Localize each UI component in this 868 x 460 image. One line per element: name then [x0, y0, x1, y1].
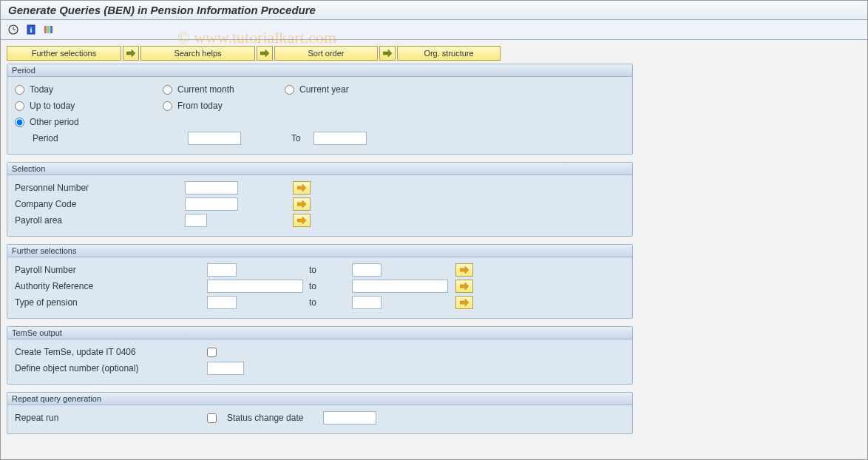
execute-icon[interactable] [7, 23, 20, 36]
personnel-number-multi-button[interactable] [293, 181, 311, 195]
company-code-multi-button[interactable] [293, 197, 311, 211]
svg-rect-7 [50, 26, 52, 33]
svg-rect-6 [47, 26, 50, 33]
selection-group-title: Selection [7, 163, 632, 175]
company-code-input[interactable] [185, 197, 238, 211]
svg-rect-5 [44, 26, 47, 33]
authority-reference-to-input[interactable] [352, 280, 448, 293]
status-change-date-label: Status change date [227, 413, 323, 423]
personnel-number-label: Personnel Number [15, 183, 185, 193]
radio-other-period-label: Other period [30, 117, 79, 127]
payroll-number-to-input[interactable] [352, 263, 382, 277]
period-from-label: Period [33, 133, 188, 143]
variant-icon[interactable] [42, 23, 55, 36]
radio-from-today-label: From today [177, 101, 223, 111]
radio-up-to-today[interactable]: Up to today [15, 101, 163, 111]
type-of-pension-from-input[interactable] [207, 296, 237, 309]
authority-reference-multi-button[interactable] [455, 280, 473, 293]
payroll-area-input[interactable] [185, 214, 207, 227]
payroll-number-to-label: to [309, 265, 352, 275]
company-code-label: Company Code [15, 199, 185, 209]
org-structure-button[interactable]: Org. structure [397, 46, 501, 61]
page-title: Generate Queries (BEN) in Pension Inform… [1, 1, 867, 20]
create-temse-checkbox[interactable] [207, 348, 217, 357]
radio-from-today[interactable]: From today [163, 101, 285, 111]
type-of-pension-label: Type of pension [15, 297, 207, 308]
radio-other-period[interactable]: Other period [15, 117, 163, 127]
radio-current-month-label: Current month [177, 84, 234, 95]
temse-group-title: TemSe output [7, 327, 632, 339]
selection-group: Selection Personnel Number Company Code … [7, 162, 633, 237]
define-object-number-label: Define object number (optional) [15, 363, 207, 373]
repeat-group: Repeat query generation Repeat run Statu… [7, 392, 633, 434]
type-of-pension-to-input[interactable] [352, 296, 382, 309]
radio-today[interactable]: Today [15, 84, 163, 95]
selection-button-row: Further selections Search helps Sort ord… [7, 46, 861, 61]
radio-current-year[interactable]: Current year [285, 84, 349, 95]
content-area: Further selections Search helps Sort ord… [1, 40, 867, 447]
payroll-number-label: Payroll Number [15, 265, 207, 275]
status-change-date-input[interactable] [323, 411, 376, 425]
period-from-input[interactable] [188, 132, 241, 145]
type-of-pension-to-label: to [309, 297, 352, 308]
repeat-run-checkbox[interactable] [207, 413, 217, 423]
radio-current-month[interactable]: Current month [163, 84, 285, 95]
period-to-label: To [291, 133, 313, 143]
repeat-group-title: Repeat query generation [7, 393, 632, 405]
authority-reference-from-input[interactable] [207, 280, 303, 293]
temse-group: TemSe output Create TemSe, update IT 040… [7, 326, 633, 385]
authority-reference-label: Authority Reference [15, 281, 207, 291]
radio-today-label: Today [30, 84, 53, 95]
period-group-title: Period [7, 64, 632, 77]
payroll-number-from-input[interactable] [207, 263, 237, 277]
radio-up-to-today-label: Up to today [30, 101, 75, 111]
sort-order-arrow[interactable] [257, 46, 273, 61]
payroll-area-multi-button[interactable] [293, 214, 311, 227]
repeat-run-label: Repeat run [15, 413, 207, 423]
create-temse-label: Create TemSe, update IT 0406 [15, 347, 207, 357]
search-helps-arrow[interactable] [123, 46, 139, 61]
define-object-number-input[interactable] [207, 362, 244, 375]
svg-text:i: i [30, 25, 32, 34]
app-toolbar: i [1, 20, 867, 40]
payroll-number-multi-button[interactable] [455, 263, 473, 277]
further-selections-button[interactable]: Further selections [7, 46, 121, 61]
info-icon[interactable]: i [24, 23, 38, 36]
authority-reference-to-label: to [309, 281, 352, 291]
search-helps-button[interactable]: Search helps [140, 46, 255, 61]
radio-current-year-label: Current year [299, 84, 349, 95]
further-selections-group: Further selections Payroll Number to Aut… [7, 244, 633, 319]
period-group: Period Today Current month Current year … [7, 64, 633, 155]
period-to-input[interactable] [313, 132, 367, 145]
type-of-pension-multi-button[interactable] [455, 296, 473, 309]
further-selections-group-title: Further selections [7, 245, 632, 257]
sort-order-button[interactable]: Sort order [274, 46, 378, 61]
payroll-area-label: Payroll area [15, 215, 185, 226]
personnel-number-input[interactable] [185, 181, 238, 195]
org-structure-arrow[interactable] [379, 46, 396, 61]
